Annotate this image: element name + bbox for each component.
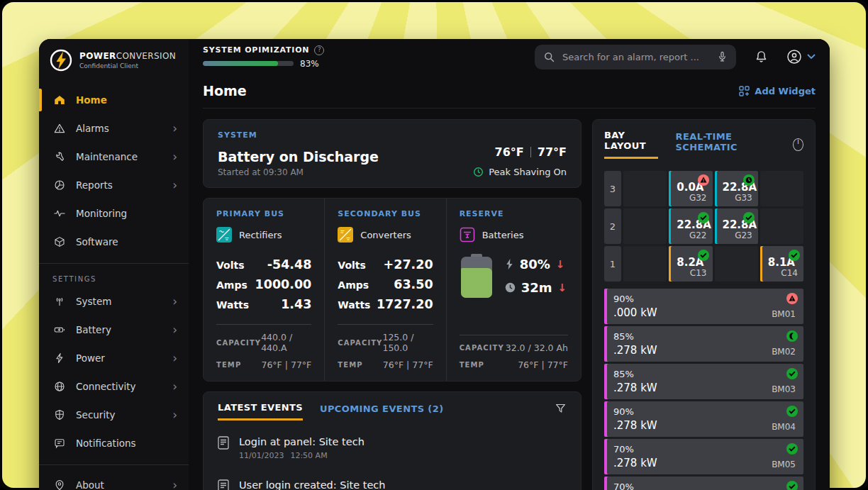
system-card: SYSTEM Battery on Discharge Started at 0… (203, 119, 582, 188)
chevron-right-icon: › (172, 324, 177, 336)
sidebar-item-alarms[interactable]: Alarms › (39, 114, 189, 143)
bay-cell-empty (760, 171, 803, 206)
sidebar-item-power[interactable]: Power › (39, 344, 189, 372)
bay-cell-empty (623, 171, 667, 206)
optimization-progressbar (203, 61, 294, 66)
temperature-readout: 76°F 77°F (495, 145, 567, 159)
secondary-bus-panel: SECONDARY BUS Converters Volts+27.20 Amp… (324, 199, 445, 381)
sidebar-item-monitoring[interactable]: Monitoring (39, 199, 189, 228)
chevron-right-icon: › (172, 179, 177, 191)
rectifier-icon (216, 227, 232, 243)
module-row-BM01[interactable]: 90% .000 kW BM01 (604, 289, 803, 324)
bay-cell-empty (623, 208, 667, 244)
sidebar-nav: Home Alarms › Maintenance › (39, 86, 189, 490)
tab-latest-events[interactable]: LATEST EVENTS (218, 402, 303, 421)
optimization-value: 83% (300, 59, 319, 69)
trend-down-icon: ↓ (556, 258, 565, 271)
sidebar-item-about[interactable]: About › (39, 471, 189, 490)
sidebar-item-reports[interactable]: Reports › (39, 171, 189, 199)
sidebar-item-security[interactable]: Security › (39, 401, 189, 429)
home-icon (52, 94, 66, 107)
brand-subtitle: Confidential Client (79, 62, 176, 69)
event-row[interactable]: Login at panel: Site tech 11/01/2023 12:… (218, 436, 567, 460)
bay-cell-C14[interactable]: 8.1A C14 (760, 246, 803, 282)
bolt-icon (505, 258, 514, 270)
system-card-label: SYSTEM (218, 130, 379, 140)
sidebar: POWERCONVERSION Confidential Client Home (39, 39, 189, 490)
document-icon (218, 436, 229, 460)
bay-cell-G22[interactable]: 22.8A G22 (669, 208, 712, 244)
battery-fill (461, 268, 492, 298)
optimization-progress-fill (203, 61, 278, 66)
bay-cell-G32[interactable]: 0.0A G32 (669, 171, 712, 206)
temp-separator (530, 147, 531, 157)
alarm-triangle-icon (52, 122, 66, 135)
add-widget-button[interactable]: Add Widget (739, 86, 816, 96)
ok-badge-icon (786, 406, 798, 417)
bay-cell-C13[interactable]: 8.2A C13 (669, 246, 712, 282)
search-input[interactable] (562, 52, 710, 62)
bay-cell-G33[interactable]: 22.8A G33 (715, 171, 758, 206)
bay-cell-empty (623, 246, 667, 282)
module-row-BM05[interactable]: 70% .278 kW BM05 (604, 439, 803, 474)
sidebar-item-software[interactable]: Software (39, 228, 189, 256)
events-card: LATEST EVENTS UPCOMING EVENTS (2) (203, 391, 582, 490)
event-title: User login created: Site tech (239, 479, 386, 490)
charge-stat: 80% ↓ (505, 257, 567, 272)
chevron-right-icon: › (172, 296, 177, 308)
event-meta: 11/01/2023 12:50 AM (239, 451, 365, 460)
user-menu[interactable] (786, 49, 816, 65)
bus-summary-card: PRIMARY BUS Rectifiers Volts-54.48 Amps1… (203, 198, 582, 382)
module-row-BM06[interactable]: 70% .278 kW BM06 (604, 477, 803, 490)
info-icon[interactable]: i (793, 138, 803, 151)
bay-tabs: BAY LAYOUT REAL-TIME SCHEMATIC i (604, 130, 803, 159)
ok-badge-icon (786, 481, 798, 490)
reserve-panel: RESERVE Batteries (446, 199, 581, 381)
microphone-icon[interactable] (717, 51, 728, 63)
chevron-right-icon: › (172, 381, 177, 393)
tab-realtime-schematic[interactable]: REAL-TIME SCHEMATIC (675, 131, 775, 158)
document-icon (218, 479, 229, 490)
notifications-bell-icon[interactable] (755, 50, 768, 64)
dashboard-window: POWERCONVERSION Confidential Client Home (39, 39, 830, 490)
settings-section-label: SETTINGS (39, 269, 189, 287)
brand-logo: POWERCONVERSION Confidential Client (39, 39, 189, 77)
tab-upcoming-events[interactable]: UPCOMING EVENTS (2) (320, 403, 444, 420)
help-icon[interactable]: ? (314, 45, 324, 55)
search-bar[interactable] (535, 45, 736, 69)
rectifiers-device: Rectifiers (216, 227, 311, 243)
sidebar-item-maintenance[interactable]: Maintenance › (39, 143, 189, 171)
sidebar-divider (39, 464, 189, 465)
sidebar-item-home[interactable]: Home (39, 86, 189, 114)
waveform-icon (52, 207, 66, 221)
filter-icon[interactable] (555, 403, 567, 420)
chevron-down-icon (807, 54, 816, 60)
clock-icon (473, 167, 484, 177)
sleep-badge-icon (786, 330, 798, 342)
sidebar-item-connectivity[interactable]: Connectivity › (39, 372, 189, 401)
tab-bay-layout[interactable]: BAY LAYOUT (604, 130, 658, 159)
module-row-BM02[interactable]: 85% .278 kW BM02 (604, 326, 803, 362)
converters-device: Converters (338, 227, 433, 243)
screenshot-stage: POWERCONVERSION Confidential Client Home (0, 0, 868, 490)
sidebar-divider (39, 263, 189, 264)
system-optimization: SYSTEM OPIMIZATION ? 83% (203, 45, 324, 69)
ok-badge-icon (698, 212, 709, 223)
module-row-BM03[interactable]: 85% .278 kW BM03 (604, 364, 803, 399)
antenna-icon (52, 295, 66, 308)
sidebar-item-system[interactable]: System › (39, 287, 189, 316)
bay-cell-G23[interactable]: 22.8A G23 (715, 208, 758, 244)
sidebar-item-notifications[interactable]: Notifications (39, 429, 189, 457)
trend-down-icon: ↓ (557, 282, 567, 294)
sidebar-item-battery[interactable]: Battery › (39, 316, 189, 344)
page-title: Home (203, 83, 247, 99)
events-tabs: LATEST EVENTS UPCOMING EVENTS (2) (218, 402, 567, 421)
module-row-BM04[interactable]: 90% .278 kW BM04 (604, 401, 803, 437)
runtime-stat: 32m ↓ (505, 280, 567, 295)
system-status-subtitle: Started at 09:30 AM (218, 167, 379, 177)
event-row[interactable]: User login created: Site tech 10/25/2023… (218, 479, 567, 490)
cube-icon (52, 235, 66, 249)
chevron-right-icon: › (172, 479, 177, 490)
user-avatar-icon (786, 49, 802, 65)
globe-icon (52, 380, 66, 394)
